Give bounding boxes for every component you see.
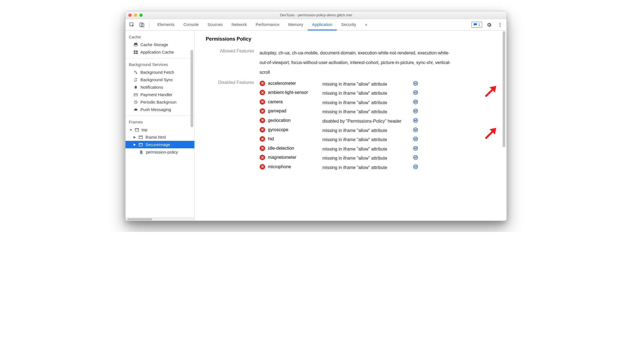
disabled-feature-row: ✕geolocationdisabled by "Permissions-Pol… xyxy=(260,117,420,126)
minimize-window-button[interactable] xyxy=(134,14,137,17)
feedback-button[interactable]: 1 xyxy=(471,22,482,28)
caret-down-icon: ▼ xyxy=(129,128,132,131)
reveal-elements-icon[interactable] xyxy=(411,146,420,151)
reveal-elements-icon[interactable] xyxy=(411,90,420,95)
reveal-elements-icon[interactable] xyxy=(411,127,420,133)
svg-point-4 xyxy=(500,24,500,25)
feature-reason: missing in iframe "allow" attribute xyxy=(322,90,408,97)
caret-right-icon: ▶ xyxy=(133,143,136,146)
feature-reason: missing in iframe "allow" attribute xyxy=(322,136,408,143)
sidebar-item-cache-storage[interactable]: Cache Storage xyxy=(126,41,194,48)
feature-reason: missing in iframe "allow" attribute xyxy=(322,155,408,162)
feature-reason: missing in iframe "allow" attribute xyxy=(322,81,408,88)
close-window-button[interactable] xyxy=(128,14,132,17)
feature-name: camera xyxy=(268,99,283,104)
tab-performance[interactable]: Performance xyxy=(251,19,284,30)
window-icon xyxy=(134,128,139,132)
reveal-elements-icon[interactable] xyxy=(411,155,420,160)
main-scrollbar[interactable] xyxy=(502,31,506,217)
reveal-elements-icon[interactable] xyxy=(411,108,420,114)
error-icon: ✕ xyxy=(260,155,265,160)
tab-console[interactable]: Console xyxy=(179,19,203,30)
sidebar-section-cache: Cache xyxy=(126,31,194,41)
titlebar: DevTools - permission-policy-demo.glitch… xyxy=(126,11,506,19)
feature-name: gamepad xyxy=(268,109,286,114)
feature-reason: disabled by "Permissions-Policy" header xyxy=(322,118,408,125)
disabled-feature-row: ✕cameramissing in iframe "allow" attribu… xyxy=(260,98,420,107)
sidebar-item-payment-handler[interactable]: Payment Handler xyxy=(126,91,194,98)
error-icon: ✕ xyxy=(260,99,265,105)
disabled-features-label: Disabled Features xyxy=(206,80,254,85)
sidebar-item-frame-iframe[interactable]: ▶ iframe.html xyxy=(126,133,194,141)
svg-point-24 xyxy=(414,118,418,122)
caret-right-icon: ▶ xyxy=(133,135,136,139)
sidebar-scrollbar[interactable] xyxy=(190,50,194,214)
sidebar-item-background-fetch[interactable]: Background Fetch xyxy=(126,68,194,76)
zoom-window-button[interactable] xyxy=(139,14,143,17)
allowed-features-value: autoplay, ch-ua, ch-ua-mobile, document-… xyxy=(260,48,453,77)
svg-rect-7 xyxy=(134,51,135,52)
settings-icon[interactable] xyxy=(485,21,493,29)
sidebar-item-periodic-background[interactable]: Periodic Backgroun xyxy=(126,98,194,106)
sidebar-item-notifications[interactable]: Notifications xyxy=(126,83,194,91)
disabled-feature-row: ✕hidmissing in iframe "allow" attribute xyxy=(260,135,420,144)
sidebar-item-push-messaging[interactable]: Push Messaging xyxy=(126,106,194,113)
disabled-feature-row: ✕gamepadmissing in iframe "allow" attrib… xyxy=(260,107,420,117)
annotation-arrow-icon xyxy=(482,83,498,99)
application-sidebar: Cache Cache Storage Application Cache Ba… xyxy=(126,31,195,221)
error-icon: ✕ xyxy=(260,164,265,170)
reveal-elements-icon[interactable] xyxy=(411,99,420,105)
disabled-feature-row: ✕idle-detectionmissing in iframe "allow"… xyxy=(260,144,420,154)
tab-network[interactable]: Network xyxy=(227,19,251,30)
svg-rect-8 xyxy=(136,51,138,52)
feature-name: accelerometer xyxy=(268,81,296,86)
feature-reason: missing in iframe "allow" attribute xyxy=(322,108,408,115)
disabled-feature-row: ✕microphonemissing in iframe "allow" att… xyxy=(260,163,420,172)
sidebar-horizontal-scrollbar[interactable] xyxy=(126,217,194,221)
cloud-icon xyxy=(133,108,138,112)
sidebar-item-frame-permission-policy[interactable]: permission-policy xyxy=(126,148,194,156)
error-icon: ✕ xyxy=(260,108,265,114)
feature-reason: missing in iframe "allow" attribute xyxy=(322,164,408,171)
sidebar-section-frames: Frames xyxy=(126,116,194,126)
document-icon xyxy=(139,150,144,154)
error-icon: ✕ xyxy=(260,90,265,95)
tab-memory[interactable]: Memory xyxy=(284,19,308,30)
tab-elements[interactable]: Elements xyxy=(153,19,179,30)
device-toolbar-icon[interactable] xyxy=(138,21,146,29)
sync-icon xyxy=(133,78,138,82)
feature-name: magnetometer xyxy=(268,155,296,160)
clock-icon xyxy=(133,100,138,104)
svg-point-5 xyxy=(500,26,500,27)
bell-icon xyxy=(133,85,138,89)
feature-name: ambient-light-sensor xyxy=(268,90,308,95)
reveal-elements-icon[interactable] xyxy=(411,136,420,142)
window-title: DevTools - permission-policy-demo.glitch… xyxy=(126,13,506,17)
frame-icon xyxy=(138,143,143,147)
reveal-elements-icon[interactable] xyxy=(411,81,420,86)
error-icon: ✕ xyxy=(260,146,265,151)
main-panel: Permissions Policy Allowed Features auto… xyxy=(195,31,506,221)
reveal-elements-icon[interactable] xyxy=(411,164,420,170)
sidebar-item-background-sync[interactable]: Background Sync xyxy=(126,76,194,83)
tab-sources[interactable]: Sources xyxy=(203,19,227,30)
kebab-menu-icon[interactable] xyxy=(496,21,504,29)
svg-rect-14 xyxy=(135,128,139,131)
grid-icon xyxy=(133,50,138,54)
tab-more-icon[interactable]: » xyxy=(361,19,372,30)
frame-icon xyxy=(138,135,143,139)
sidebar-item-application-cache[interactable]: Application Cache xyxy=(126,48,194,56)
transfer-icon xyxy=(133,70,138,74)
error-icon: ✕ xyxy=(260,118,265,123)
tab-security[interactable]: Security xyxy=(337,19,361,30)
tab-application[interactable]: Application xyxy=(308,19,337,30)
sidebar-item-frame-secureimage[interactable]: ▶ SecureImage xyxy=(126,141,194,148)
reveal-network-icon[interactable] xyxy=(411,118,420,123)
disabled-feature-row: ✕accelerometermissing in iframe "allow" … xyxy=(260,80,420,89)
svg-rect-18 xyxy=(139,143,142,146)
disabled-feature-row: ✕magnetometermissing in iframe "allow" a… xyxy=(260,154,420,163)
svg-rect-16 xyxy=(139,136,142,139)
sidebar-item-frame-top[interactable]: ▼ top xyxy=(126,126,194,133)
database-icon xyxy=(133,43,138,47)
inspect-element-icon[interactable] xyxy=(128,21,136,29)
